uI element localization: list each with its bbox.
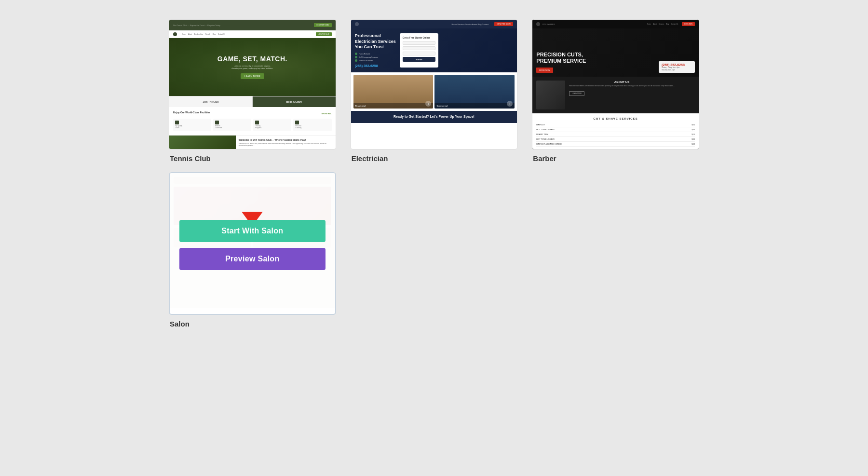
fac-icon-1	[175, 121, 179, 124]
tennis-club-card[interactable]: Divi Tennis Club — Signup the Court — Re…	[169, 19, 336, 163]
salon-card[interactable]: Start With Salon Preview Salon Salon	[169, 172, 336, 328]
tennis-hero-sub: Join our community of passionate players…	[231, 65, 273, 69]
check-text-1: Fast & Reliable	[359, 53, 370, 55]
elec-services-grid: Residential ‹ Commercial ›	[351, 72, 517, 111]
tennis-cta-row: Join The Club Book A Court	[169, 96, 336, 107]
check-icon-1	[355, 53, 357, 55]
barber-logo-icon	[536, 22, 540, 26]
elec-nav: Home Services Service Areas Blog Contact…	[351, 20, 517, 28]
tennis-cta-small: REGISTER TODAY	[314, 23, 331, 27]
barber-hero-text: PRECISION CUTS,PREMIUM SERVICE BOOK NOW	[536, 52, 586, 73]
fac-item-3: TrainingPrograms	[253, 119, 291, 131]
check-text-2: 24/7 Emergency Services	[359, 56, 378, 58]
tennis-hero-btn: LEARN MORE	[241, 73, 264, 79]
elec-cta: Ready to Get Started? Let's Power Up You…	[351, 111, 517, 123]
check-3: Licensed & Insured	[355, 59, 396, 62]
barber-card[interactable]: DIVI BARBER Home About Services Blog Con…	[532, 19, 699, 163]
tennis-about: Welcome to Divi Tennis Club— Where Passi…	[169, 135, 336, 150]
elec-residential-img: Residential ‹	[353, 75, 434, 109]
electrician-label: Electrician	[351, 154, 518, 163]
tennis-label: Tennis Club	[169, 154, 336, 163]
start-with-salon-button[interactable]: Start With Salon	[179, 220, 326, 242]
barber-hero: PRECISION CUTS,PREMIUM SERVICE BOOK NOW …	[532, 28, 699, 77]
preview-salon-button[interactable]: Preview Salon	[179, 248, 326, 270]
tennis-main-nav: Home About Memberships Rentals Blog Cont…	[169, 30, 336, 38]
salon-label: Salon	[169, 320, 336, 328]
elec-cta-title: Ready to Get Started? Let's Power Up You…	[355, 115, 514, 118]
elec-hero-title: ProfessionalElectrician ServicesYou Can …	[355, 33, 396, 50]
tennis-about-title: Welcome to Divi Tennis Club— Where Passi…	[239, 138, 333, 141]
electrician-thumbnail[interactable]: Home Services Service Areas Blog Contact…	[351, 19, 518, 150]
elec-form-title: Get a Free Quote Online	[403, 36, 435, 39]
check-2: 24/7 Emergency Services	[355, 56, 396, 58]
check-icon-2	[355, 56, 357, 58]
barber-book-nav-btn: BOOK NOW	[682, 22, 695, 26]
check-icon-3	[355, 59, 357, 62]
barber-thumbnail[interactable]: DIVI BARBER Home About Services Blog Con…	[532, 19, 699, 150]
tennis-hero-title: GAME, SET, MATCH.	[217, 55, 287, 63]
tennis-fac-grid: Top QualityCourts ModernClubhouse Traini…	[173, 119, 332, 131]
barber-services-title: CUT & SHAVE SERVICES	[536, 117, 695, 120]
barber-svc-4: HOT TOWEL SHAVE $30	[536, 137, 695, 142]
barber-nav: DIVI BARBER Home About Services Blog Con…	[532, 20, 699, 28]
check-1: Fast & Reliable	[355, 53, 396, 55]
elec-phone: (255) 352-6258	[355, 64, 396, 68]
barber-learn-more-btn: LEARN MORE	[569, 91, 584, 96]
barber-about-img	[536, 81, 565, 109]
elec-hero: ProfessionalElectrician ServicesYou Can …	[351, 28, 517, 72]
tennis-nav-links: Home About Memberships Rentals Blog Cont…	[182, 33, 225, 35]
fac-icon-2	[215, 121, 219, 124]
barber-phone-hours: Sunday - Friday: 9am - 4pmSaturday: 9am …	[662, 67, 692, 71]
fac-item-1: Top QualityCourts	[173, 119, 211, 131]
tennis-thumbnail[interactable]: Divi Tennis Club — Signup the Court — Re…	[169, 19, 336, 150]
fac-icon-3	[255, 121, 259, 124]
barber-brand-name: DIVI BARBER	[542, 23, 555, 26]
salon-hover-overlay: Start With Salon Preview Salon	[170, 173, 335, 308]
elec-commercial-label: Commercial	[434, 103, 515, 109]
tennis-nav: Divi Tennis Club — Signup the Court — Re…	[169, 20, 336, 30]
barber-about-text: Welcome to Divi Barber, where tradition …	[569, 85, 674, 87]
barber-phone: (255) 352-6258	[662, 63, 692, 67]
elec-nav-links: Home Services Service Areas Blog Contact	[451, 23, 488, 26]
elec-commercial-img: Commercial ›	[434, 75, 515, 109]
barber-svc-5: HAIRCUT & BEARD COMBO $40	[536, 142, 695, 147]
fac-icon-4	[295, 121, 299, 124]
check-text-3: Licensed & Insured	[359, 60, 373, 62]
barber-svc-1: HAIRCUT $25	[536, 122, 695, 127]
elec-quote-form: Get a Free Quote Online Submit	[400, 33, 438, 68]
tennis-hero: GAME, SET, MATCH. Join our community of …	[169, 38, 336, 96]
bottom-template-grid: Start With Salon Preview Salon Salon	[169, 172, 699, 328]
tennis-join-btn: Join The Club	[169, 96, 253, 107]
fac-item-4: PersonalCoaching	[293, 119, 331, 131]
tennis-show-all: SHOW ALL	[321, 112, 331, 115]
elec-input-2	[403, 46, 435, 50]
salon-thumbnail[interactable]: Start With Salon Preview Salon	[169, 172, 336, 315]
elec-hero-left: ProfessionalElectrician ServicesYou Can …	[355, 33, 396, 68]
tennis-facilities: Enjoy Our World-Class Facilities SHOW AL…	[169, 107, 336, 135]
elec-input-3	[403, 52, 435, 55]
tennis-logo-icon	[173, 32, 177, 36]
barber-hero-btn: BOOK NOW	[536, 68, 553, 73]
tennis-fac-title: Enjoy Our World-Class Facilities	[173, 111, 210, 114]
tennis-book-btn: Book A Court	[253, 96, 336, 107]
elec-form-btn: Submit	[403, 57, 435, 62]
barber-nav-links: Home About Services Blog Contact Us	[647, 23, 678, 25]
barber-label: Barber	[532, 154, 699, 163]
elec-logo	[355, 22, 359, 26]
elec-input-1	[403, 41, 435, 45]
tennis-about-desc: Welcome to Divi Tennis Club, where tradi…	[239, 143, 333, 147]
salon-content: Start With Salon Preview Salon	[170, 173, 335, 308]
template-grid: Divi Tennis Club — Signup the Court — Re…	[169, 19, 699, 163]
tennis-nav-text: Divi Tennis Club — Signup the Court — Re…	[173, 24, 311, 27]
barber-about-content: ABOUT US Welcome to Divi Barber, where t…	[569, 81, 674, 109]
tennis-about-img	[169, 136, 236, 150]
electrician-card[interactable]: Home Services Service Areas Blog Contact…	[351, 19, 518, 163]
barber-services: CUT & SHAVE SERVICES HAIRCUT $25 HOT TOW…	[532, 113, 699, 150]
barber-hero-title: PRECISION CUTS,PREMIUM SERVICE	[536, 52, 586, 64]
elec-quote-btn: GET A FREE QUOTE	[494, 22, 513, 26]
barber-phone-box: (255) 352-6258 Sunday - Friday: 9am - 4p…	[659, 61, 695, 73]
barber-about: ABOUT US Welcome to Divi Barber, where t…	[532, 77, 699, 113]
fac-item-2: ModernClubhouse	[213, 119, 251, 131]
tennis-about-text: Welcome to Divi Tennis Club— Where Passi…	[236, 136, 336, 150]
elec-residential-label: Residential	[353, 103, 434, 109]
